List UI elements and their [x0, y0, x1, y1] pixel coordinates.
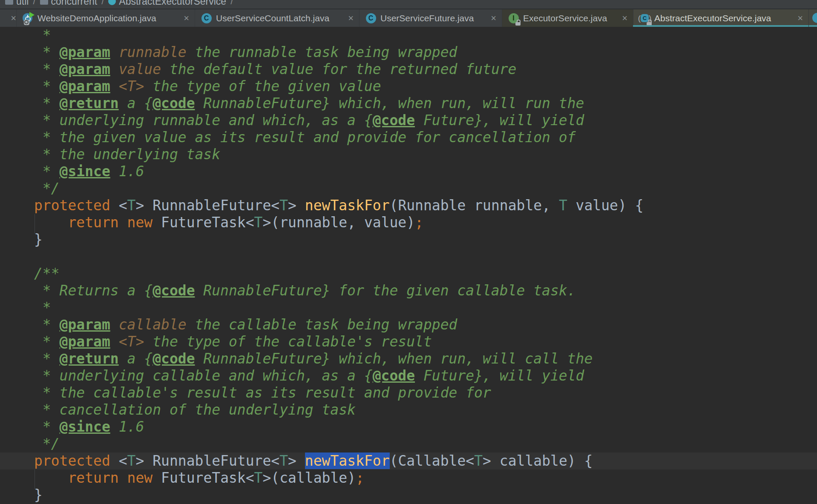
- spring-boot-run-icon: [22, 13, 34, 24]
- folder-icon: [40, 0, 48, 5]
- close-icon[interactable]: ×: [8, 14, 16, 23]
- close-icon[interactable]: ×: [181, 14, 189, 23]
- code-line[interactable]: * the underlying task: [0, 146, 817, 163]
- code-line[interactable]: * underlying runnable and which, as a {@…: [0, 112, 817, 129]
- code-line[interactable]: * the callable's result as its result an…: [0, 384, 817, 401]
- close-icon[interactable]: ×: [488, 14, 496, 23]
- selected-identifier: newTaskFor: [305, 452, 390, 469]
- breadcrumb: util/concurrent/AbstractExecutorService/: [0, 0, 817, 9]
- breadcrumb-label: util: [16, 0, 29, 7]
- breadcrumb-separator: /: [33, 0, 35, 7]
- class-icon: [108, 0, 116, 5]
- breadcrumb-separator: /: [101, 0, 104, 7]
- tab-label: ExecutorService.java: [523, 13, 607, 23]
- code-line[interactable]: * Returns a {@code RunnableFuture} for t…: [0, 282, 817, 299]
- code-line[interactable]: }: [0, 487, 817, 504]
- indent-guide: [35, 214, 35, 234]
- code-line[interactable]: * @param value the default value for the…: [0, 61, 817, 78]
- clipped-tab[interactable]: ×: [0, 9, 16, 27]
- code-line[interactable]: *: [0, 27, 817, 44]
- breadcrumb-separator: /: [230, 0, 233, 7]
- code-line[interactable]: * @return a {@code RunnableFuture} which…: [0, 95, 817, 112]
- close-icon[interactable]: ×: [795, 14, 803, 23]
- code-line[interactable]: * @since 1.6: [0, 163, 817, 180]
- code-line[interactable]: *: [0, 299, 817, 316]
- lock-icon: [515, 20, 521, 26]
- code-line[interactable]: * @param <T> the type of the given value: [0, 78, 817, 95]
- close-icon[interactable]: ×: [619, 14, 627, 23]
- tab-userservicecountlatch-java[interactable]: CUserServiceCountLatch.java×: [195, 9, 359, 27]
- code-line[interactable]: * the given value as its result and prov…: [0, 129, 817, 146]
- lock-icon: [647, 20, 652, 26]
- code-line[interactable]: * @param runnable the runnable task bein…: [0, 44, 817, 61]
- tab-label: AbstractExecutorService.java: [654, 13, 771, 23]
- class-icon: C: [365, 13, 377, 24]
- code-line[interactable]: protected <T> RunnableFuture<T> newTaskF…: [0, 197, 817, 214]
- class-icon: C: [201, 13, 212, 24]
- breadcrumb-label: AbstractExecutorService: [119, 0, 226, 7]
- code-line[interactable]: return new FutureTask<T>(callable);: [0, 470, 817, 487]
- code-line[interactable]: * @param callable the callable task bein…: [0, 316, 817, 333]
- tab-label: WebsiteDemoApplication.java: [37, 13, 156, 23]
- next-tab-partial[interactable]: [808, 9, 817, 27]
- tab-label: UserServiceFuture.java: [380, 13, 474, 23]
- abstract-class-icon: (C): [639, 13, 650, 24]
- class-icon: [812, 13, 817, 23]
- breadcrumb-item-util[interactable]: util: [5, 0, 29, 7]
- tab-label: UserServiceCountLatch.java: [216, 13, 329, 23]
- code-line[interactable]: * @param <T> the type of the callable's …: [0, 333, 817, 350]
- code-line[interactable]: * @return a {@code RunnableFuture} which…: [0, 350, 817, 367]
- code-line[interactable]: }: [0, 231, 817, 248]
- indent-guide: [35, 470, 35, 489]
- code-line[interactable]: * underlying callable and which, as a {@…: [0, 367, 817, 384]
- breadcrumb-item-concurrent[interactable]: concurrent: [40, 0, 98, 7]
- tab-websitedemoapplication-java[interactable]: WebsiteDemoApplication.java×: [16, 9, 195, 27]
- code-line[interactable]: [0, 248, 817, 265]
- folder-icon: [5, 0, 13, 5]
- code-line[interactable]: * cancellation of the underlying task: [0, 401, 817, 418]
- code-line[interactable]: return new FutureTask<T>(runnable, value…: [0, 214, 817, 231]
- code-editor[interactable]: * * @param runnable the runnable task be…: [0, 27, 817, 504]
- tab-abstractexecutorservice-java[interactable]: (C)AbstractExecutorService.java×: [633, 9, 808, 27]
- tab-executorservice-java[interactable]: IExecutorService.java×: [502, 9, 633, 27]
- breadcrumb-label: concurrent: [51, 0, 98, 7]
- breadcrumb-item-abstractexecutorservice[interactable]: AbstractExecutorService: [108, 0, 226, 7]
- code-line[interactable]: */: [0, 180, 817, 197]
- close-icon[interactable]: ×: [345, 14, 354, 23]
- code-line-current[interactable]: protected <T> RunnableFuture<T> newTaskF…: [0, 452, 817, 470]
- code-line[interactable]: */: [0, 435, 817, 452]
- tab-userservicefuture-java[interactable]: CUserServiceFuture.java×: [359, 9, 502, 27]
- code-line[interactable]: /**: [0, 265, 817, 282]
- interface-icon: I: [508, 13, 519, 24]
- code-line[interactable]: * @since 1.6: [0, 418, 817, 435]
- editor-tab-bar: × WebsiteDemoApplication.java×CUserServi…: [0, 9, 817, 27]
